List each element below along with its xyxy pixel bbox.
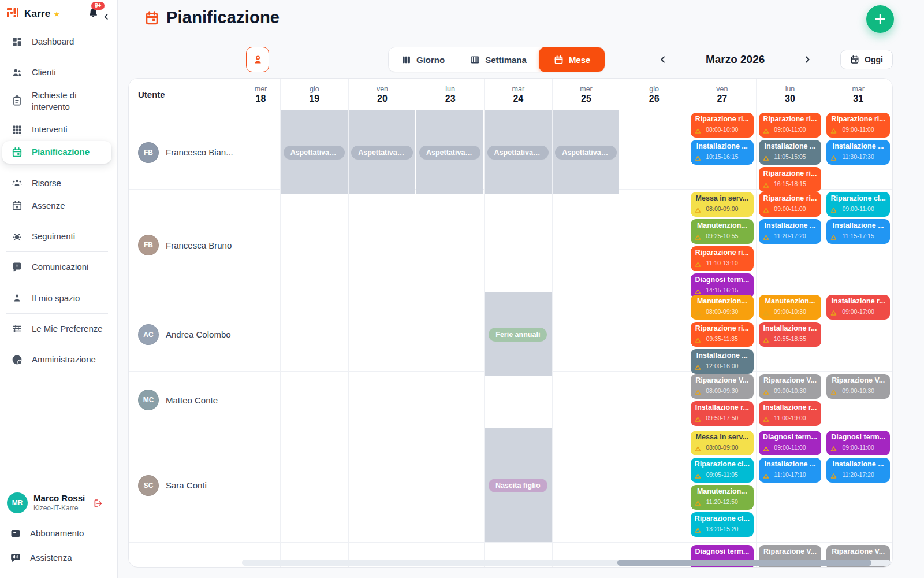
calendar-cell[interactable] bbox=[620, 190, 688, 301]
event-card[interactable]: Riparazione cl... 09:05-11:05 bbox=[691, 458, 754, 483]
calendar-cell[interactable]: Aspettativa non ... bbox=[416, 110, 485, 194]
sidebar-item-assistenza[interactable]: Assistenza bbox=[6, 546, 111, 570]
absence-block[interactable]: Aspettativa non ... bbox=[281, 110, 348, 194]
event-card[interactable]: Riparazione ri... 11:10-13:10 bbox=[691, 246, 754, 271]
absence-block[interactable]: Nascita figlio bbox=[485, 428, 552, 542]
event-card[interactable]: Riparazione ri... 09:00-11:00 bbox=[826, 113, 890, 138]
event-card[interactable]: Installazione r... 09:50-17:50 bbox=[691, 401, 754, 426]
sidebar-item-richieste-di-intervento[interactable]: Richieste di intervento bbox=[2, 84, 111, 118]
event-card[interactable]: Manutenzion... 09:25-10:55 bbox=[691, 219, 754, 244]
calendar-cell[interactable] bbox=[281, 428, 349, 542]
sidebar-user[interactable]: MR Marco Rossi Kizeo-IT-Karre bbox=[6, 488, 111, 521]
event-card[interactable]: Riparazione V... 09:00-10:30 bbox=[826, 374, 890, 399]
calendar-cell[interactable] bbox=[553, 372, 621, 428]
calendar-cell[interactable]: Riparazione ri... 08:00-10:00Installazio… bbox=[688, 110, 757, 194]
calendar-cell[interactable] bbox=[416, 292, 485, 376]
calendar-cell[interactable] bbox=[349, 428, 417, 542]
calendar-cell[interactable]: Manutenzion... 09:00-10:30Installazione … bbox=[757, 292, 825, 376]
calendar-cell[interactable] bbox=[553, 292, 621, 376]
event-card[interactable]: Riparazione V... 09:00-10:30 bbox=[759, 374, 822, 399]
calendar-cell[interactable] bbox=[553, 190, 621, 301]
sidebar-item-pianificazione[interactable]: Pianificazione bbox=[2, 141, 111, 163]
sidebar-collapse-icon[interactable] bbox=[102, 13, 110, 21]
sidebar-item-interventi[interactable]: Interventi bbox=[2, 118, 111, 140]
calendar-cell[interactable] bbox=[349, 292, 417, 376]
calendar-cell[interactable]: Aspettativa non ... bbox=[553, 110, 621, 194]
absence-block[interactable]: Ferie annuali bbox=[485, 292, 552, 376]
event-card[interactable]: Riparazione ri... 16:15-18:15 bbox=[759, 167, 822, 192]
calendar-cell[interactable] bbox=[416, 372, 485, 428]
event-card[interactable]: Riparazione V... 08:00-09:30 bbox=[691, 374, 754, 399]
calendar-cell[interactable] bbox=[620, 372, 688, 428]
calendar-cell[interactable] bbox=[485, 190, 553, 301]
calendar-cell[interactable]: Nascita figlio bbox=[485, 428, 553, 542]
calendar-cell[interactable]: Riparazione ri... 09:00-11:00Installazio… bbox=[757, 190, 825, 301]
sidebar-item-abbonamento[interactable]: Abbonamento bbox=[6, 521, 111, 546]
calendar-cell[interactable] bbox=[553, 428, 621, 542]
event-card[interactable]: Messa in serv... 08:00-09:00 bbox=[691, 431, 754, 455]
absence-block[interactable]: Aspettativa non ... bbox=[485, 110, 552, 194]
event-card[interactable]: Manutenzion... 11:20-12:50 bbox=[691, 485, 754, 510]
calendar-cell[interactable] bbox=[620, 428, 688, 542]
calendar-cell[interactable] bbox=[349, 190, 417, 301]
horizontal-scrollbar-thumb[interactable] bbox=[617, 560, 871, 566]
notifications-button[interactable]: 9+ bbox=[88, 8, 99, 21]
absence-block[interactable]: Aspettativa non ... bbox=[553, 110, 620, 194]
calendar-cell[interactable]: Manutenzion... 08:00-09:30Riparazione ri… bbox=[688, 292, 757, 376]
calendar-cell[interactable] bbox=[485, 372, 553, 428]
calendar-cell[interactable] bbox=[416, 190, 485, 301]
sidebar-item-amministrazione[interactable]: Amministrazione bbox=[2, 349, 111, 370]
calendar-cell[interactable] bbox=[241, 190, 281, 301]
calendar-cell[interactable]: Messa in serv... 08:00-09:00Manutenzion.… bbox=[688, 190, 757, 301]
calendar-cell[interactable] bbox=[281, 190, 349, 301]
calendar-cell[interactable] bbox=[241, 292, 281, 376]
event-card[interactable]: Riparazione ri... 09:35-11:35 bbox=[691, 322, 754, 347]
event-card[interactable]: Installazione ... 11:15-17:15 bbox=[826, 219, 890, 244]
add-event-fab-button[interactable] bbox=[866, 5, 894, 33]
sidebar-item-clienti[interactable]: Clienti bbox=[2, 61, 111, 83]
calendar-cell[interactable] bbox=[416, 428, 485, 542]
event-card[interactable]: Installazione ... 11:30-17:30 bbox=[826, 140, 890, 165]
calendar-cell[interactable] bbox=[349, 372, 417, 428]
calendar-cell[interactable] bbox=[281, 292, 349, 376]
absence-block[interactable]: Aspettativa non ... bbox=[416, 110, 483, 194]
event-card[interactable]: Installazione r... 10:55-18:55 bbox=[759, 322, 822, 347]
calendar-cell[interactable] bbox=[241, 372, 281, 428]
event-card[interactable]: Diagnosi term... 09:00-11:00 bbox=[759, 431, 822, 455]
row-user-cell[interactable]: FB Francesco Bian... bbox=[129, 110, 241, 194]
sidebar-item-il-mio-spazio[interactable]: Il mio spazio bbox=[2, 287, 111, 309]
prev-month-button[interactable] bbox=[654, 51, 672, 68]
sidebar-item-dashboard[interactable]: Dashboard bbox=[2, 31, 111, 53]
calendar-cell[interactable] bbox=[241, 110, 281, 194]
row-user-cell[interactable]: FB Francesca Bruno bbox=[129, 190, 241, 301]
event-card[interactable]: Installazione ... 11:20-17:20 bbox=[759, 219, 822, 244]
event-card[interactable]: Installazione r... 11:00-19:00 bbox=[759, 401, 822, 426]
calendar-cell[interactable] bbox=[281, 372, 349, 428]
row-user-cell[interactable]: MC Matteo Conte bbox=[129, 372, 241, 428]
sidebar-item-seguimenti[interactable]: Seguimenti bbox=[2, 225, 111, 247]
event-card[interactable]: Riparazione cl... 09:00-11:00 bbox=[826, 192, 890, 217]
calendar-cell[interactable]: Riparazione ri... 09:00-11:00Installazio… bbox=[824, 110, 892, 194]
view-tab-settimana[interactable]: Settimana bbox=[457, 47, 539, 72]
event-card[interactable]: Manutenzion... 09:00-10:30 bbox=[759, 295, 822, 320]
today-button[interactable]: Oggi bbox=[840, 50, 893, 69]
calendar-cell[interactable]: Installazione r... 09:00-17:00 bbox=[824, 292, 892, 376]
sidebar-item-assenze[interactable]: Assenze bbox=[2, 195, 111, 217]
calendar-cell[interactable]: Riparazione V... 08:00-09:30Installazion… bbox=[688, 372, 757, 428]
event-card[interactable]: Diagnosi term... 09:00-11:00 bbox=[826, 431, 890, 455]
sidebar-item-comunicazioni[interactable]: Comunicazioni bbox=[2, 256, 111, 278]
calendar-cell[interactable]: Aspettativa non ... bbox=[281, 110, 349, 194]
row-user-cell[interactable]: SC Sara Conti bbox=[129, 428, 241, 542]
view-tab-mese[interactable]: Mese bbox=[539, 47, 606, 72]
calendar-cell[interactable]: Riparazione ri... 09:00-11:00Installazio… bbox=[757, 110, 825, 194]
event-card[interactable]: Installazione ... 12:00-16:00 bbox=[691, 349, 754, 374]
sidebar-item-le-mie-preferenze[interactable]: Le Mie Preferenze bbox=[2, 318, 111, 340]
event-card[interactable]: Installazione ... 11:10-17:10 bbox=[759, 458, 822, 483]
event-card[interactable]: Installazione r... 09:00-17:00 bbox=[826, 295, 890, 320]
horizontal-scrollbar-track[interactable] bbox=[242, 560, 891, 566]
absence-block[interactable]: Aspettativa non ... bbox=[349, 110, 416, 194]
event-card[interactable]: Installazione ... 11:20-17:20 bbox=[826, 458, 890, 483]
event-card[interactable]: Installazione ... 10:15-16:15 bbox=[691, 140, 754, 165]
calendar-cell[interactable]: Diagnosi term... 09:00-11:00Installazion… bbox=[757, 428, 825, 542]
event-card[interactable]: Riparazione cl... 13:20-15:20 bbox=[691, 512, 754, 537]
